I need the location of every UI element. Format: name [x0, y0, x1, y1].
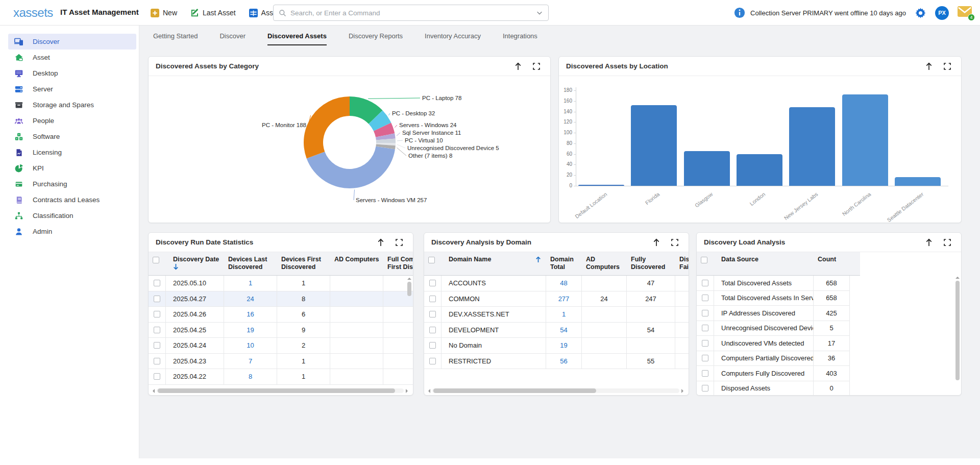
table-cell-link[interactable]: 54: [546, 323, 582, 338]
row-checkbox[interactable]: [429, 342, 436, 349]
table-cell-link[interactable]: 277: [546, 291, 582, 307]
table-cell-link[interactable]: 56: [546, 354, 582, 369]
sidebar-item-kpi[interactable]: KPI: [8, 160, 136, 176]
quick-action-last-asset[interactable]: Last Asset: [190, 9, 236, 17]
export-up-icon[interactable]: [514, 62, 522, 70]
bar-new-jersey-labs[interactable]: [789, 107, 835, 186]
table-row[interactable]: Undiscovered VMs detected17: [697, 336, 850, 351]
table-row[interactable]: 2025.04.26166: [149, 307, 413, 323]
table-cell-link[interactable]: 10: [224, 338, 277, 353]
table-cell-link[interactable]: 19: [546, 338, 582, 353]
sidebar-item-people[interactable]: People: [8, 113, 136, 129]
column-header-devices-last[interactable]: Devices LastDiscovered: [224, 252, 277, 275]
table-row[interactable]: Computers Fully Discovered403: [697, 366, 850, 381]
table-cell-link[interactable]: 1: [224, 276, 277, 291]
row-checkbox[interactable]: [154, 327, 160, 333]
row-checkbox[interactable]: [154, 358, 160, 364]
quick-action-new[interactable]: New: [151, 9, 177, 17]
horizontal-scrollbar[interactable]: [428, 388, 683, 394]
expand-icon[interactable]: [944, 239, 951, 246]
scroll-up-arrow[interactable]: [955, 277, 960, 279]
sidebar-item-classification[interactable]: Classification: [8, 208, 136, 224]
row-checkbox[interactable]: [429, 296, 436, 302]
table-cell-link[interactable]: 8: [224, 369, 277, 384]
scroll-right-arrow[interactable]: [681, 389, 683, 393]
table-cell-link[interactable]: 24: [224, 291, 277, 307]
sidebar-item-desktop[interactable]: Desktop: [8, 65, 136, 81]
column-header-domain-name[interactable]: Domain Name: [442, 252, 546, 275]
select-all-checkbox[interactable]: [153, 257, 159, 263]
table-row[interactable]: No Domain19: [424, 338, 689, 354]
table-row[interactable]: Unrecognised Discovered Devices5: [697, 321, 850, 336]
bar-north-carolina[interactable]: [842, 94, 888, 186]
table-cell-link[interactable]: 7: [224, 354, 277, 369]
table-row[interactable]: 2025.04.24102: [149, 338, 413, 354]
row-checkbox[interactable]: [702, 295, 708, 301]
expand-icon[interactable]: [944, 63, 951, 70]
command-search[interactable]: [273, 5, 549, 21]
table-row[interactable]: IP Addresses Discovered425: [697, 306, 850, 321]
row-checkbox[interactable]: [429, 311, 436, 317]
sidebar-item-software[interactable]: Software: [8, 129, 136, 144]
row-checkbox[interactable]: [429, 327, 436, 333]
sidebar-item-asset[interactable]: Asset: [8, 50, 136, 65]
donut-slice-pc-monitor[interactable]: [304, 96, 350, 158]
column-header-devices-first[interactable]: Devices FirstDiscovered: [277, 252, 330, 275]
row-checkbox[interactable]: [154, 296, 160, 302]
column-header-fully[interactable]: FullyDiscovered: [627, 252, 675, 275]
mail-button[interactable]: 4: [958, 6, 973, 19]
row-checkbox[interactable]: [429, 358, 436, 364]
bar-seattle-datacenter[interactable]: [895, 177, 941, 186]
table-row[interactable]: 2025.04.2281: [149, 369, 413, 385]
table-row[interactable]: DEVELOPMENT5454: [424, 323, 689, 338]
table-row[interactable]: 2025.04.27248: [149, 291, 413, 307]
row-checkbox[interactable]: [154, 311, 160, 317]
user-avatar[interactable]: PX: [935, 6, 949, 20]
tab-inventory-accuracy[interactable]: Inventory Accuracy: [425, 32, 481, 45]
table-cell-link[interactable]: 16: [224, 307, 277, 322]
scroll-left-arrow[interactable]: [153, 389, 155, 393]
notification-banner[interactable]: Collection Server PRIMARY went offline 1…: [734, 7, 906, 18]
table-cell-link[interactable]: 19: [224, 323, 277, 338]
table-row[interactable]: Disposed Assets0: [697, 381, 850, 396]
vertical-scrollbar[interactable]: [955, 277, 960, 391]
tab-getting-started[interactable]: Getting Started: [153, 32, 198, 45]
export-up-icon[interactable]: [925, 238, 933, 247]
export-up-icon[interactable]: [377, 238, 384, 247]
tab-discovery-reports[interactable]: Discovery Reports: [349, 32, 403, 45]
search-input[interactable]: [290, 9, 536, 17]
row-checkbox[interactable]: [702, 280, 708, 286]
row-checkbox[interactable]: [154, 342, 160, 349]
chevron-down-icon[interactable]: [536, 9, 543, 16]
vertical-scrollbar[interactable]: [407, 278, 411, 339]
row-checkbox[interactable]: [154, 280, 160, 286]
column-header-full-comp[interactable]: Full CompFirst Disc: [383, 252, 413, 275]
table-cell-link[interactable]: 1: [546, 307, 582, 322]
scroll-left-arrow[interactable]: [428, 389, 430, 393]
table-row[interactable]: 2025.05.1011: [149, 276, 413, 291]
column-header-ad[interactable]: ADComputers: [582, 252, 627, 275]
export-up-icon[interactable]: [653, 238, 660, 247]
select-all-checkbox[interactable]: [701, 257, 707, 263]
export-up-icon[interactable]: [925, 62, 933, 70]
horizontal-scrollbar[interactable]: [153, 388, 408, 394]
brand-logo[interactable]: xassets: [13, 6, 53, 20]
row-checkbox[interactable]: [702, 355, 708, 361]
table-row[interactable]: ACCOUNTS4847: [424, 276, 689, 291]
bar-glasgow[interactable]: [684, 151, 730, 186]
bar-london[interactable]: [737, 154, 782, 186]
table-row[interactable]: RESTRICTED5655: [424, 354, 689, 370]
expand-icon[interactable]: [396, 239, 403, 246]
bar-florida[interactable]: [631, 105, 677, 186]
column-header-dis[interactable]: DisFail: [675, 252, 689, 275]
scroll-up-arrow[interactable]: [407, 278, 411, 280]
row-checkbox[interactable]: [154, 373, 160, 380]
tab-discover[interactable]: Discover: [219, 32, 246, 45]
sidebar-item-purchasing[interactable]: Purchasing: [8, 176, 136, 192]
row-checkbox[interactable]: [702, 340, 708, 347]
sidebar-item-server[interactable]: Server: [8, 81, 136, 97]
scroll-right-arrow[interactable]: [406, 389, 408, 393]
row-checkbox[interactable]: [702, 370, 708, 377]
table-row[interactable]: DEV.XASSETS.NET1: [424, 307, 689, 323]
column-header-domain[interactable]: DomainTotal: [546, 252, 582, 275]
